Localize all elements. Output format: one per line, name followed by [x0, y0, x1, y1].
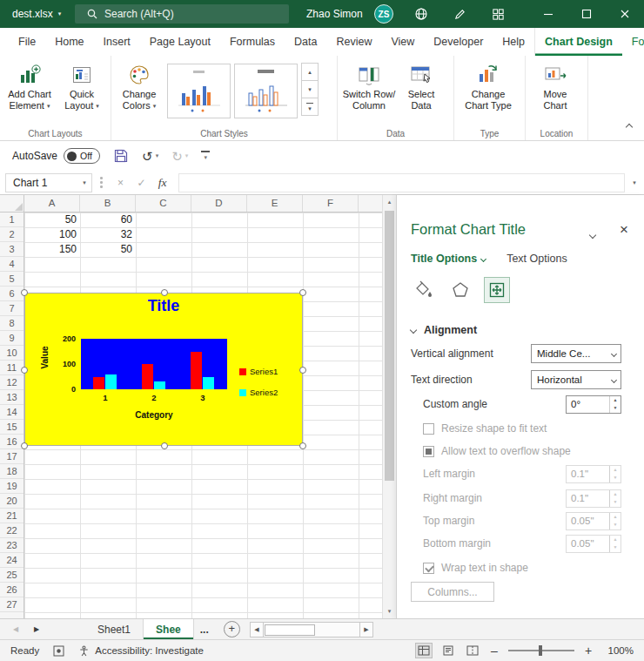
- spin-down-arrow[interactable]: ▼: [610, 474, 621, 482]
- effects-icon[interactable]: [447, 277, 473, 303]
- spin-down-arrow[interactable]: ▼: [610, 521, 621, 529]
- row-header-3[interactable]: 3: [0, 242, 23, 257]
- spin-up-arrow[interactable]: ▲: [610, 536, 621, 544]
- gallery-more-button[interactable]: ▾: [301, 98, 319, 116]
- gallery-down-button[interactable]: ▾: [301, 80, 319, 98]
- row-header-6[interactable]: 6: [0, 287, 23, 301]
- row-header-21[interactable]: 21: [0, 509, 23, 523]
- tab-page-layout[interactable]: Page Layout: [140, 28, 220, 56]
- horizontal-scrollbar[interactable]: ◀ ▶: [250, 622, 373, 637]
- sheet-nav-right-arrow[interactable]: ▶: [26, 619, 47, 639]
- change-chart-type-button[interactable]: Change Chart Type: [458, 59, 519, 111]
- row-header-9[interactable]: 9: [0, 331, 23, 346]
- sheet-nav-left-arrow[interactable]: ◀: [5, 619, 26, 639]
- row-header-15[interactable]: 15: [0, 420, 23, 435]
- spin-up-arrow[interactable]: ▲: [610, 490, 621, 499]
- right-margin-input[interactable]: 0.1" ▲▼: [566, 489, 621, 508]
- search-box[interactable]: Search (Alt+Q): [75, 4, 289, 24]
- tab-help[interactable]: Help: [493, 28, 534, 56]
- add-sheet-button[interactable]: +: [224, 621, 240, 637]
- customize-qat-button[interactable]: ▾: [201, 151, 210, 161]
- change-colors-button[interactable]: Change Colors▾: [115, 59, 164, 111]
- tab-review[interactable]: Review: [326, 28, 381, 56]
- hscroll-thumb[interactable]: [265, 624, 315, 636]
- pen-icon[interactable]: [442, 0, 477, 28]
- legend-Series1[interactable]: Series1: [239, 367, 278, 376]
- redo-button[interactable]: ↻▾: [171, 150, 188, 163]
- undo-button[interactable]: ↺▾: [142, 150, 158, 163]
- view-page-break-button[interactable]: [465, 644, 480, 658]
- pane-menu-chevron-icon[interactable]: [590, 228, 595, 240]
- resize-handle-middle-left[interactable]: [21, 367, 28, 374]
- row-header-25[interactable]: 25: [0, 568, 23, 583]
- row-header-27[interactable]: 27: [0, 597, 23, 612]
- row-header-24[interactable]: 24: [0, 553, 23, 568]
- bar-Series2-cat3[interactable]: [203, 377, 214, 390]
- resize-handle-top-left[interactable]: [21, 289, 28, 296]
- autosave-toggle[interactable]: Off: [64, 148, 100, 164]
- row-header-2[interactable]: 2: [0, 227, 23, 242]
- expand-formula-bar-chevron-icon[interactable]: ▾: [625, 179, 644, 186]
- cell-A1[interactable]: 50: [24, 212, 80, 227]
- switch-row-column-button[interactable]: Switch Row/ Column: [341, 59, 397, 111]
- confirm-entry-button[interactable]: ✓: [131, 177, 152, 189]
- gallery-up-button[interactable]: ▴: [301, 63, 319, 81]
- spin-down-arrow[interactable]: ▼: [610, 404, 621, 413]
- bar-Series1-cat3[interactable]: [191, 352, 202, 390]
- chart-plot-area[interactable]: [81, 339, 227, 389]
- row-header-4[interactable]: 4: [0, 257, 23, 272]
- sheet-tab-overflow[interactable]: ...: [194, 619, 215, 639]
- formula-input[interactable]: [178, 173, 626, 192]
- cell-A2[interactable]: 100: [24, 227, 80, 242]
- close-button[interactable]: [606, 0, 644, 28]
- column-header-E[interactable]: E: [247, 195, 303, 212]
- save-button[interactable]: [113, 148, 129, 164]
- bottom-margin-input[interactable]: 0.05" ▲▼: [566, 535, 621, 553]
- tab-view[interactable]: View: [381, 28, 424, 56]
- macro-record-icon[interactable]: [53, 645, 64, 657]
- insert-function-button[interactable]: fx: [152, 176, 173, 190]
- globe-icon[interactable]: [404, 0, 439, 28]
- zoom-level[interactable]: 100%: [602, 645, 634, 656]
- move-chart-button[interactable]: Move Chart: [529, 59, 581, 111]
- formula-bar-drag-handle[interactable]: [100, 177, 103, 188]
- hscroll-left-arrow[interactable]: ◀: [250, 622, 264, 637]
- columns-button[interactable]: Columns...: [411, 582, 494, 602]
- vertical-scrollbar[interactable]: ▴ ▾: [382, 195, 396, 618]
- allow-overflow-checkbox[interactable]: [423, 446, 434, 457]
- row-header-18[interactable]: 18: [0, 464, 23, 479]
- tab-data[interactable]: Data: [285, 28, 326, 56]
- view-normal-button[interactable]: [416, 644, 432, 658]
- row-header-23[interactable]: 23: [0, 538, 23, 553]
- spin-down-arrow[interactable]: ▼: [610, 498, 621, 507]
- spin-down-arrow[interactable]: ▼: [610, 543, 621, 552]
- hscroll-track[interactable]: [264, 622, 359, 637]
- top-margin-input[interactable]: 0.05" ▲▼: [566, 512, 621, 530]
- add-chart-element-button[interactable]: Add Chart Element▾: [3, 59, 56, 111]
- user-name[interactable]: Zhao Simon: [306, 0, 363, 28]
- row-header-1[interactable]: 1: [0, 212, 23, 227]
- cell-B2[interactable]: 32: [80, 227, 136, 242]
- row-header-13[interactable]: 13: [0, 390, 23, 405]
- row-header-8[interactable]: 8: [0, 316, 23, 331]
- bar-Series1-cat2[interactable]: [142, 364, 153, 389]
- document-title[interactable]: dest.xlsx ▾: [12, 0, 61, 28]
- tab-developer[interactable]: Developer: [424, 28, 493, 56]
- row-header-14[interactable]: 14: [0, 405, 23, 420]
- spin-up-arrow[interactable]: ▲: [610, 513, 621, 522]
- legend-Series2[interactable]: Series2: [239, 388, 278, 397]
- fill-line-icon[interactable]: [411, 277, 437, 303]
- minimize-button[interactable]: [529, 0, 567, 28]
- row-header-10[interactable]: 10: [0, 346, 23, 361]
- apps-grid-icon[interactable]: [480, 0, 515, 28]
- resize-handle-bottom-right[interactable]: [299, 442, 306, 449]
- bar-Series2-cat1[interactable]: [105, 374, 117, 389]
- accessibility-status[interactable]: Accessibility: Investigate: [78, 645, 204, 657]
- zoom-in-button[interactable]: +: [583, 644, 594, 658]
- select-all-corner[interactable]: [0, 195, 24, 212]
- sheet-tab-active[interactable]: Shee: [144, 619, 194, 639]
- avatar[interactable]: ZS: [374, 4, 393, 24]
- zoom-slider-thumb[interactable]: [539, 645, 542, 656]
- alignment-section-header[interactable]: Alignment: [411, 324, 477, 336]
- row-header-7[interactable]: 7: [0, 301, 23, 316]
